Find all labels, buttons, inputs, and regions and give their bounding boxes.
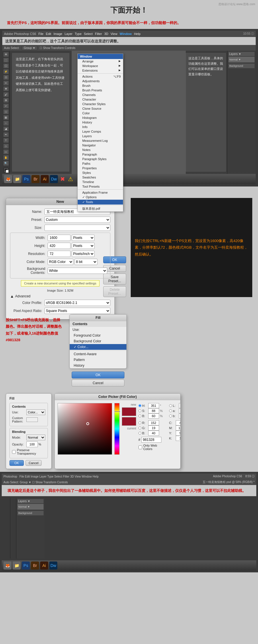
tool-zoom[interactable]: 🔍 xyxy=(3,161,9,166)
menu-character[interactable]: Character xyxy=(78,97,123,102)
g-radio[interactable] xyxy=(138,427,141,429)
menu-brush[interactable]: Brush xyxy=(78,83,123,88)
window-menu[interactable]: Window Arrange Workspace Extensions Acti… xyxy=(77,54,123,212)
menu-timeline[interactable]: Timeline xyxy=(78,180,123,184)
fill-pattern[interactable]: Pattern xyxy=(70,357,126,363)
menu-window[interactable]: Window xyxy=(120,32,132,36)
tool-path[interactable]: ◇ xyxy=(3,144,9,149)
menu-info[interactable]: Info xyxy=(78,125,123,129)
menu-3d[interactable]: 3D xyxy=(104,32,108,36)
b2-input[interactable] xyxy=(179,413,181,419)
ps-menus[interactable]: File Edit Image Layer Type Select Filter… xyxy=(38,32,140,36)
width-input[interactable] xyxy=(48,235,71,241)
s-radio[interactable] xyxy=(138,409,141,412)
a-radio[interactable] xyxy=(169,409,172,412)
only-web-checkbox[interactable] xyxy=(138,445,142,449)
menu-view[interactable]: View xyxy=(111,32,118,36)
taskbar-finder[interactable]: 📁 xyxy=(13,175,21,183)
h-radio[interactable] xyxy=(138,404,141,407)
tool-heal[interactable]: ✚ xyxy=(3,86,9,91)
fill-foreground-color[interactable]: Foreground Color xyxy=(70,333,126,338)
final-layer-normal[interactable]: Normal ▼ xyxy=(17,504,44,510)
m-input[interactable] xyxy=(176,425,181,431)
final-taskbar-bridge[interactable]: Br xyxy=(31,561,39,570)
advanced-toggle[interactable]: ▲ Advanced xyxy=(10,294,110,299)
menu-edit[interactable]: Edit xyxy=(46,32,51,36)
tool-shape[interactable]: ▭ xyxy=(3,149,9,154)
taskbar-dreamweaver[interactable]: Dw xyxy=(50,175,58,183)
layer-background[interactable]: Background xyxy=(228,64,255,68)
menu-paragraph-styles[interactable]: Paragraph Styles xyxy=(78,157,123,161)
fill-content-aware[interactable]: Content-Aware xyxy=(70,351,126,357)
menu-color[interactable]: Color xyxy=(78,111,123,115)
color-mode-select[interactable]: RGB Color xyxy=(48,259,73,265)
width-unit-select[interactable]: Pixels xyxy=(72,235,95,241)
menu-channels[interactable]: Channels xyxy=(78,93,123,97)
tool-hand[interactable]: ✋ xyxy=(3,155,9,160)
menu-file[interactable]: File xyxy=(38,32,44,36)
r-radio[interactable] xyxy=(138,421,141,424)
fill-ok-button[interactable]: OK xyxy=(72,372,124,378)
taskbar-bridge[interactable]: Br xyxy=(32,175,40,183)
bl-input[interactable] xyxy=(148,431,159,436)
menu-character-styles[interactable]: Character Styles xyxy=(78,102,123,106)
l-input[interactable] xyxy=(179,403,181,408)
fill-mode-select[interactable]: Normal xyxy=(26,435,45,440)
tool-eyedropper[interactable]: ✏ xyxy=(3,80,9,86)
h-input[interactable] xyxy=(148,403,159,408)
b2-radio[interactable] xyxy=(169,415,172,417)
color-spectrum[interactable] xyxy=(58,403,112,455)
menu-select[interactable]: Select xyxy=(84,32,93,36)
menu-tool-presets[interactable]: Tool Presets xyxy=(78,184,123,189)
menu-workspace[interactable]: Workspace xyxy=(78,64,123,68)
tool-pen[interactable]: ✒ xyxy=(3,132,9,137)
menu-styles[interactable]: Styles xyxy=(78,170,123,175)
taskbar-firefox[interactable]: 🦊 xyxy=(4,175,12,183)
menu-histogram[interactable]: Histogram xyxy=(78,115,123,120)
menu-swatches[interactable]: Swatches xyxy=(78,175,123,180)
y-input[interactable] xyxy=(176,431,181,436)
color-profile-select[interactable]: sRGB IEC61966-2.1 xyxy=(44,300,110,306)
fill-opacity-input[interactable] xyxy=(26,441,38,447)
menu-brush-presets[interactable]: Brush Presets xyxy=(78,88,123,93)
final-taskbar-illustrator[interactable]: Ai xyxy=(40,561,48,570)
menu-notes[interactable]: Notes xyxy=(78,148,123,152)
tool-crop[interactable]: ⊡ xyxy=(3,75,9,80)
menu-help[interactable]: Help xyxy=(134,32,140,36)
tool-lasso[interactable]: ⓛ xyxy=(3,63,9,68)
tool-gradient[interactable]: ▦ xyxy=(3,115,9,120)
taskbar-close-icon[interactable]: ✖ xyxy=(60,176,65,182)
fill-background-color[interactable]: Background Color xyxy=(70,338,126,344)
tool-dodge[interactable]: ◕ xyxy=(3,126,9,131)
height-input[interactable] xyxy=(48,243,71,249)
fill-small-cancel-btn[interactable]: Cancel xyxy=(26,460,42,466)
bl-radio[interactable] xyxy=(138,432,141,435)
menu-recent-file[interactable]: 版本原创.pdf xyxy=(78,206,123,211)
menu-actions[interactable]: Actions ⌥F9 xyxy=(78,74,123,79)
color-hue-bar[interactable] xyxy=(114,403,119,455)
menu-image[interactable]: Image xyxy=(54,32,62,36)
menu-layer[interactable]: Layer xyxy=(64,32,73,36)
resolution-input[interactable] xyxy=(48,251,71,257)
hex-input[interactable] xyxy=(141,437,161,443)
delete-preset-button[interactable]: Delete Preset... xyxy=(103,286,126,297)
color-cursor[interactable] xyxy=(86,422,89,425)
menu-paths[interactable]: Paths xyxy=(78,161,123,166)
menu-filter[interactable]: Filter xyxy=(95,32,102,36)
tool-history[interactable]: ↩ xyxy=(3,103,9,109)
taskbar-warning-icon[interactable]: ⚠ xyxy=(68,176,73,182)
b-input[interactable] xyxy=(148,413,159,419)
color-bits-select[interactable]: 8 bit xyxy=(75,259,97,265)
layer-normal[interactable]: Normal ▼ xyxy=(228,57,255,62)
menu-app-frame[interactable]: Application Frame xyxy=(78,190,123,195)
menu-properties[interactable]: Properties xyxy=(78,166,123,170)
height-unit-select[interactable]: Pixels xyxy=(72,243,95,249)
final-taskbar-photoshop[interactable]: Ps xyxy=(22,561,30,570)
taskbar-photoshop[interactable]: Ps xyxy=(22,175,30,183)
menu-layers[interactable]: Layers xyxy=(78,134,123,138)
menu-tools-checked[interactable]: ✓ Tools xyxy=(78,200,123,205)
resolution-unit-select[interactable]: Pixels/Inch xyxy=(72,251,95,257)
menu-measurement-log[interactable]: Measurement Log xyxy=(78,138,123,143)
tool-move[interactable]: ✥ xyxy=(3,52,9,57)
fill-use-select[interactable]: Color... xyxy=(26,409,45,415)
